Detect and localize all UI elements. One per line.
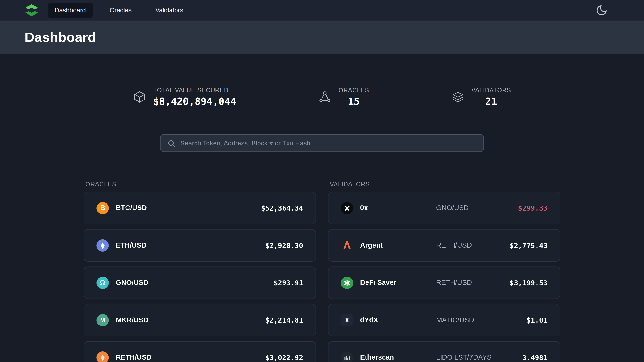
validators-heading: VALIDATORS <box>330 181 560 187</box>
oracle-price: $52,364.34 <box>261 204 303 212</box>
defi-saver-icon: ∗ <box>341 276 353 289</box>
oracle-pair: BTC/USD <box>116 204 147 212</box>
app-logo-icon <box>24 3 39 17</box>
oracle-row[interactable]: MMKR/USD$2,214.81 <box>84 304 316 336</box>
oracle-price: $293.91 <box>274 279 303 287</box>
nodes-icon <box>318 90 332 104</box>
validator-name-wrap: ×0x <box>341 202 436 214</box>
stat-label: TOTAL VALUE SECURED <box>153 86 236 93</box>
dydx-icon: X <box>341 314 353 326</box>
oracle-pair: GNO/USD <box>116 279 148 287</box>
stat-label: ORACLES <box>338 86 369 93</box>
page-header: Dashboard <box>0 20 644 54</box>
stats-row: TOTAL VALUE SECURED $8,420,894,044 ORACL… <box>0 86 644 107</box>
main-nav: Dashboard Oracles Validators <box>48 3 190 17</box>
theme-toggle-button[interactable] <box>596 4 608 16</box>
validator-pair: GNO/USD <box>436 204 518 212</box>
nav-item-validators[interactable]: Validators <box>148 3 190 17</box>
reth-icon: ◆ <box>96 351 109 362</box>
oracle-row[interactable]: ◆RETH/USD$3,022.92 <box>84 341 316 362</box>
oracle-price: $2,214.81 <box>265 316 303 324</box>
search-bar <box>160 134 484 152</box>
cube-icon <box>133 90 146 104</box>
validator-name-wrap: ΛArgent <box>341 239 436 251</box>
validator-price: $2,775.43 <box>510 241 547 249</box>
validator-row[interactable]: XdYdXMATIC/USD$1.01 <box>328 304 560 336</box>
search-icon <box>167 139 175 147</box>
oracle-row[interactable]: BBTC/USD$52,364.34 <box>84 192 316 224</box>
validator-name-wrap: XdYdX <box>341 314 436 326</box>
gno-icon: Ω <box>96 276 109 289</box>
stat-total-value-secured: TOTAL VALUE SECURED $8,420,894,044 <box>133 86 236 107</box>
validator-price: $3,199.53 <box>510 279 547 287</box>
stat-value: $8,420,894,044 <box>153 96 236 107</box>
page: Dashboard Oracles Validators Dashboard T… <box>0 0 644 362</box>
etherscan-icon <box>341 351 353 362</box>
stat-value: 15 <box>338 96 369 107</box>
validator-name: Etherscan <box>360 353 394 362</box>
validator-pair: LIDO LST/7DAYS <box>436 353 522 362</box>
validator-name: DeFi Saver <box>360 279 396 287</box>
oracles-column: ORACLES BBTC/USD$52,364.34◆ETH/USD$2,928… <box>84 181 316 362</box>
validator-row[interactable]: EtherscanLIDO LST/7DAYS3.4981 <box>328 341 560 362</box>
validators-column: VALIDATORS ×0xGNO/USD$299.33ΛArgentRETH/… <box>328 181 560 362</box>
validator-pair: MATIC/USD <box>436 316 526 324</box>
validator-name: 0x <box>360 204 368 212</box>
oracle-pair: ETH/USD <box>116 241 146 249</box>
stat-value: 21 <box>471 96 511 107</box>
validator-price: $1.01 <box>526 316 547 324</box>
nav-item-dashboard[interactable]: Dashboard <box>48 3 93 17</box>
page-title: Dashboard <box>24 29 96 45</box>
oracle-pair: MKR/USD <box>116 316 148 324</box>
validator-name: Argent <box>360 241 383 249</box>
validator-row[interactable]: ∗DeFi SaverRETH/USD$3,199.53 <box>328 266 560 299</box>
validator-price: 3.4981 <box>522 353 548 362</box>
oracles-list: BBTC/USD$52,364.34◆ETH/USD$2,928.30ΩGNO/… <box>84 192 316 362</box>
btc-icon: B <box>96 202 109 214</box>
eth-icon: ◆ <box>96 239 109 251</box>
validator-price: $299.33 <box>518 204 547 212</box>
validator-pair: RETH/USD <box>436 241 510 249</box>
validator-name-wrap: Etherscan <box>341 351 436 362</box>
oracle-row[interactable]: ΩGNO/USD$293.91 <box>84 266 316 299</box>
oracle-pair: RETH/USD <box>116 353 152 362</box>
search-input[interactable] <box>180 139 477 147</box>
nav-item-oracles[interactable]: Oracles <box>103 3 138 17</box>
moon-icon <box>596 4 608 16</box>
validator-row[interactable]: ×0xGNO/USD$299.33 <box>328 192 560 224</box>
validator-name: dYdX <box>360 316 378 324</box>
0x-icon: × <box>341 202 353 214</box>
search-box[interactable] <box>160 134 484 152</box>
stat-label: VALIDATORS <box>471 86 511 93</box>
validator-name-wrap: ∗DeFi Saver <box>341 276 436 289</box>
content-columns: ORACLES BBTC/USD$52,364.34◆ETH/USD$2,928… <box>84 181 560 362</box>
navbar: Dashboard Oracles Validators <box>0 0 644 20</box>
app-logo[interactable] <box>24 2 40 18</box>
validator-row[interactable]: ΛArgentRETH/USD$2,775.43 <box>328 229 560 262</box>
oracle-price: $3,022.92 <box>265 353 303 362</box>
oracle-price: $2,928.30 <box>265 241 303 249</box>
argent-icon: Λ <box>341 239 353 251</box>
validators-list: ×0xGNO/USD$299.33ΛArgentRETH/USD$2,775.4… <box>328 192 560 362</box>
stat-validators: VALIDATORS 21 <box>451 86 511 107</box>
validator-pair: RETH/USD <box>436 279 510 287</box>
layers-icon <box>451 90 464 104</box>
oracle-row[interactable]: ◆ETH/USD$2,928.30 <box>84 229 316 262</box>
stat-oracles: ORACLES 15 <box>318 86 369 107</box>
mkr-icon: M <box>96 314 109 326</box>
oracles-heading: ORACLES <box>85 181 316 187</box>
